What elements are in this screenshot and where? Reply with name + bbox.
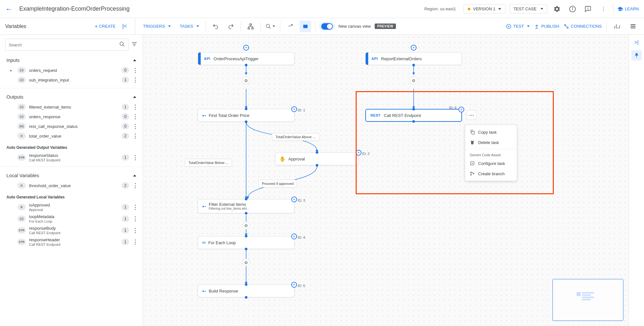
task-node-rest[interactable]: REST Call REST Endpoint + (365, 109, 462, 122)
create-variable-button[interactable]: +CREATE (95, 24, 116, 29)
local-vars-section-header[interactable]: Local Variables (0, 170, 143, 181)
zoom-dropdown[interactable] (264, 21, 276, 32)
variable-more-button[interactable]: ⋮ (132, 215, 138, 222)
tasks-dropdown[interactable]: TASKS (177, 22, 202, 31)
new-canvas-toggle[interactable] (321, 23, 333, 30)
undo-button[interactable] (210, 21, 221, 32)
type-chip: D (17, 182, 26, 189)
layout-button[interactable] (245, 21, 256, 32)
settings-node-icon[interactable]: ⚙ (242, 77, 250, 84)
expand-toggle[interactable]: ▸ (10, 68, 14, 72)
variable-name: loopMetadata (29, 214, 118, 219)
learn-button[interactable]: LEARN (617, 6, 639, 12)
ctx-delete-task[interactable]: Delete task (465, 137, 517, 148)
add-handle[interactable]: + (458, 107, 464, 112)
variable-more-button[interactable]: ⋮ (132, 204, 138, 211)
expand-rail-button[interactable]: >| (631, 37, 642, 48)
ctx-create-branch[interactable]: Create branch (465, 168, 517, 179)
more-menu-icon[interactable]: ⋮ (598, 3, 609, 15)
redo-button[interactable] (225, 21, 237, 32)
back-button[interactable]: ← (5, 5, 13, 14)
svg-rect-22 (631, 27, 636, 28)
settings-node-icon[interactable]: ⚙ (242, 222, 250, 229)
add-handle[interactable]: + (243, 45, 249, 51)
search-icon (119, 41, 125, 48)
trigger-node[interactable]: API ReportExternalOrders + (365, 52, 462, 65)
task-context-menu: Copy task Delete task Gemini Code Assist… (465, 125, 517, 181)
auto-local-variable-row[interactable]: {J}loopMetadataFor Each Loop1⋮ (0, 213, 143, 225)
auto-local-variable-row[interactable]: STRresponseHeaderCall REST Endpoint1⋮ (0, 236, 143, 248)
variable-more-button[interactable]: ⋮ (132, 132, 138, 139)
variable-more-button[interactable]: ⋮ (132, 154, 138, 161)
add-handle[interactable]: + (291, 197, 297, 202)
canvas[interactable]: API OrderProcessApiTrigger + ⚙ ➵ Find To… (143, 35, 629, 326)
settings-icon[interactable] (551, 3, 563, 15)
autofix-button[interactable] (284, 21, 296, 32)
type-chip: {N} (17, 123, 26, 129)
auto-local-variable-row[interactable]: STRresponseBodyCall REST Endpoint1⋮ (0, 225, 143, 236)
connections-button[interactable]: CONNECTIONS (564, 24, 602, 29)
variable-more-button[interactable]: ⋮ (132, 227, 138, 234)
ctx-configure-task[interactable]: Configure task (465, 158, 517, 168)
variable-more-button[interactable]: ⋮ (132, 182, 138, 189)
test-case-dropdown[interactable]: TEST CASE (509, 4, 547, 14)
input-variable-row[interactable]: ▸ {J} orders_request 0 ⋮ (0, 65, 143, 75)
search-input-wrapper[interactable] (5, 39, 129, 51)
type-chip: B (17, 204, 26, 210)
outputs-section-header[interactable]: Outputs (0, 91, 143, 102)
task-node-loop[interactable]: ∞ For Each Loop + (198, 236, 294, 249)
test-button[interactable]: TEST (506, 24, 530, 29)
variable-more-button[interactable]: ⋮ (132, 76, 138, 83)
add-handle[interactable]: + (356, 150, 361, 156)
add-handle[interactable]: + (291, 282, 297, 288)
variable-name: threshold_order_value (29, 183, 118, 188)
inputs-section-header[interactable]: Inputs (0, 55, 143, 65)
variable-more-button[interactable]: ⋮ (132, 103, 138, 110)
info-icon[interactable] (567, 3, 578, 15)
variable-more-button[interactable]: ⋮ (132, 123, 138, 130)
task-node-find-total[interactable]: ➵ Find Total Order Price + (198, 109, 294, 122)
canvas-mode-button[interactable] (300, 21, 311, 32)
task-node-approval[interactable]: ✋ Approval + (275, 152, 359, 165)
edge-label[interactable]: TotalOrderValue Above ... (272, 133, 319, 141)
logs-icon[interactable] (627, 21, 639, 32)
search-input[interactable] (9, 43, 117, 47)
output-variable-row[interactable]: {J}filtered_external_items1⋮ (0, 102, 143, 112)
add-handle[interactable]: + (291, 106, 297, 112)
settings-node-icon[interactable]: ⚙ (410, 77, 418, 84)
output-variable-row[interactable]: Dtotal_order_value2⋮ (0, 131, 143, 141)
trigger-node[interactable]: API OrderProcessApiTrigger + (198, 52, 294, 65)
feedback-icon[interactable] (582, 3, 594, 15)
ctx-section-header: Gemini Code Assist (465, 150, 517, 158)
analytics-icon[interactable] (611, 21, 623, 32)
output-variable-row[interactable]: {N}rest_call_response_status0⋮ (0, 121, 143, 131)
variable-more-button[interactable]: ⋮ (132, 238, 138, 245)
edge-label[interactable]: Proceed if approved (258, 180, 297, 187)
add-handle[interactable]: + (291, 234, 297, 239)
edge-label[interactable]: TotalOrderValue Below ... (185, 159, 232, 167)
node-id-label: ID: 5 (298, 284, 305, 288)
auto-local-variable-row[interactable]: BisApprovedApproval1⋮ (0, 201, 143, 213)
publish-button[interactable]: PUBLISH (534, 24, 559, 29)
output-variable-row[interactable]: {J}orders_response0⋮ (0, 112, 143, 121)
add-handle[interactable]: + (411, 45, 417, 51)
svg-rect-37 (472, 131, 475, 134)
local-variable-row[interactable]: Dthreshold_order_value2⋮ (0, 181, 143, 190)
node-tag: REST (370, 113, 380, 117)
ctx-copy-task[interactable]: Copy task (465, 127, 517, 137)
svg-line-24 (123, 45, 124, 46)
filter-button[interactable] (131, 41, 138, 49)
task-node-build[interactable]: ➵ Build Response + (198, 284, 294, 297)
input-variable-row[interactable]: {J} sub_integration_input 1 ⋮ (0, 75, 143, 85)
auto-output-variable-row[interactable]: STRresponseStatusCall REST Endpoint1⋮ (0, 152, 143, 163)
variable-more-button[interactable]: ⋮ (132, 113, 138, 120)
node-more-button[interactable]: ⋯ (467, 110, 476, 120)
version-dropdown[interactable]: VERSION 1 (464, 4, 505, 14)
triggers-dropdown[interactable]: TRIGGERS (140, 22, 173, 31)
collapse-panel-button[interactable]: |< (120, 23, 130, 30)
settings-node-icon[interactable]: ⚙ (242, 259, 250, 266)
variable-more-button[interactable]: ⋮ (132, 67, 138, 74)
task-node-filter[interactable]: ➵ Filter External ItemsFiltering out lin… (198, 199, 294, 213)
minimap[interactable] (553, 279, 623, 321)
pin-icon[interactable] (631, 50, 642, 61)
